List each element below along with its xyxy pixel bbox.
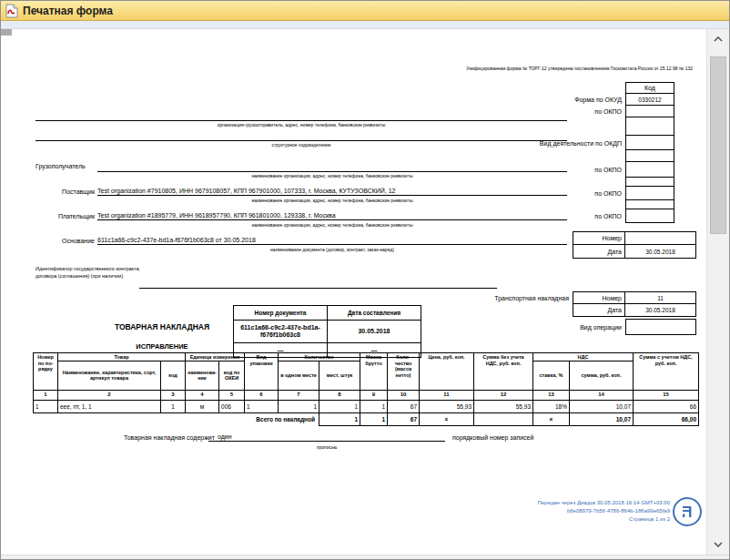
shipper-line	[35, 113, 567, 121]
col-number: 7	[279, 390, 319, 400]
supplier-value: Test organization #7910805, ИНН 96791080…	[97, 188, 567, 196]
col-vat-amount-header: сумма, руб. коп.	[570, 361, 634, 390]
cell-vat-rate: 18%	[533, 400, 570, 412]
basis-date-value: 30.05.2018	[625, 245, 696, 259]
cell-num: 1	[34, 400, 58, 412]
col-number: 10	[388, 390, 420, 400]
doc-date-value: 30.05.2018	[328, 321, 421, 343]
col-number: 15	[634, 390, 699, 400]
vertical-scrollbar[interactable]	[706, 29, 729, 555]
window-title: Печатная форма	[23, 5, 113, 17]
okpo-cell	[625, 209, 674, 223]
basis-value: 611c1a66-c9c2-437e-bd1a-f676f1b063c8 от …	[97, 237, 567, 245]
correction-label: ИСПРАВЛЕНИЕ	[92, 342, 232, 351]
transport-label: Транспортная накладная	[383, 291, 573, 304]
form-approval-note: Унифицированная форма № ТОРГ-12 утвержде…	[274, 66, 693, 71]
total-amount-with-vat: 66,00	[634, 412, 699, 425]
totals-row: Всего по накладной 1 1 67 × × 10,07 66,0…	[34, 412, 699, 425]
document-page: Унифицированная форма № ТОРГ-12 утвержде…	[1, 29, 706, 555]
transport-number-label: Номер	[573, 291, 625, 304]
totals-label: Всего по накладной	[34, 412, 319, 425]
payer-caption: наименование организации, адрес, номер т…	[97, 222, 567, 228]
col-number: 8	[319, 390, 360, 400]
empty-cell	[625, 150, 674, 162]
summary-caption: прописью	[208, 444, 445, 450]
basis-number-value	[625, 231, 696, 245]
col-number: 13	[533, 390, 570, 400]
division-line	[35, 133, 567, 141]
summary-prefix: Товарная накладная содержит	[124, 434, 215, 441]
transport-date-value: 30.05.2018	[625, 304, 696, 317]
supplier-caption: наименование организации, адрес, номер т…	[97, 198, 567, 203]
doc-date-header: Дата составления	[328, 306, 421, 321]
col-vat-rate-header: ставка, %	[533, 361, 570, 390]
cell-unit-code: 006	[219, 400, 245, 412]
col-number: 9	[360, 390, 388, 400]
col-number: 14	[570, 390, 634, 400]
col-net-header: Коли-чество (масса нетто)	[388, 353, 420, 391]
titlebar[interactable]: Печатная форма	[1, 1, 729, 21]
diadoc-footer: Передан через Диадок 30.05.2018 16:14 GM…	[365, 499, 670, 524]
cell-amount-no-vat: 55,93	[474, 400, 533, 412]
total-amount-no-vat	[474, 412, 533, 425]
okdp-cell	[625, 136, 674, 150]
col-number: 5	[219, 390, 245, 400]
consignee-caption: наименование организации, адрес, номер т…	[97, 173, 567, 178]
col-price-header: Цена, руб. коп.	[420, 353, 474, 391]
payer-value: Test organization #1895779, ИНН 96189577…	[97, 212, 567, 220]
empty-cell	[625, 117, 674, 136]
doc-number-header: Номер документа	[234, 306, 328, 321]
col-unit-code-header: код по ОКЕИ	[219, 361, 245, 390]
preview-area: Унифицированная форма № ТОРГ-12 утвержде…	[1, 29, 729, 555]
col-number: 11	[420, 390, 474, 400]
total-vat-amount: 10,07	[570, 412, 634, 425]
basis-number-date-box: Номер Дата30.05.2018	[383, 231, 696, 259]
total-price-x: ×	[420, 412, 474, 425]
okpo-cell	[625, 187, 674, 200]
okpo-cell	[625, 162, 674, 178]
col-goods-name-header: Наименование, характеристика, сорт, арти…	[58, 361, 161, 390]
col-gross-header: Масса брутто	[360, 353, 388, 391]
pdf-document-icon	[5, 4, 19, 18]
okpo-cell	[625, 106, 674, 117]
col-number: 4	[186, 390, 219, 400]
col-amount-no-vat-header: Сумма без учета НДС, руб. коп.	[474, 353, 533, 391]
total-qty-places: 1	[319, 412, 360, 425]
summary-suffix: порядковый номер записей	[452, 434, 533, 441]
col-unit-name-header: наименова-ние	[186, 361, 219, 390]
supplier-label: Поставщик	[19, 188, 95, 195]
col-vat-header: НДС	[533, 353, 634, 361]
cell-goods-name: еее, пт, 1, 1	[58, 400, 161, 412]
scrollbar-thumb[interactable]	[710, 56, 726, 234]
scroll-down-button[interactable]	[708, 536, 728, 553]
footer-page: Страница 1 из 2	[365, 515, 670, 524]
col-qty-places-header: мест, штук	[319, 361, 360, 390]
cell-amount-with-vat: 66	[634, 400, 699, 412]
cell-net: 67	[388, 400, 420, 412]
empty-cell	[625, 200, 674, 209]
gov-contract-line	[139, 280, 497, 289]
empty-label	[383, 150, 625, 162]
basis-number-label: Номер	[573, 231, 625, 245]
cell-price: 55,93	[420, 400, 474, 412]
col-number: 12	[474, 390, 533, 400]
col-qty-per-place-header: в одном месте	[279, 361, 319, 390]
diadoc-stamp-icon	[673, 497, 702, 526]
operation-value-cell	[625, 319, 696, 335]
col-number: 2	[58, 390, 161, 400]
document-number-table: Номер документаДата составления 611c1a66…	[233, 305, 421, 358]
shipper-caption: организация-грузоотправитель, адрес, ном…	[35, 122, 567, 127]
bottom-strip	[1, 555, 729, 560]
cell-qty-per-place: 1	[279, 400, 319, 412]
col-number: 1	[34, 390, 58, 400]
col-qty-header: Количество	[279, 353, 360, 361]
operation-type-box: Вид операции	[383, 319, 696, 335]
scroll-up-button[interactable]	[708, 31, 728, 47]
empty-cell	[625, 178, 674, 187]
cell-gross: 1	[360, 400, 388, 412]
basis-caption: наименование документа (договор, контрак…	[97, 247, 567, 252]
footer-guid: b6e08979-7b56-4786-864b-186a99e65fa9	[365, 507, 670, 515]
cell-vat-amount: 10,07	[570, 400, 634, 412]
empty-label	[383, 178, 625, 187]
footer-transfer-line: Передан через Диадок 30.05.2018 16:14 GM…	[365, 499, 670, 507]
